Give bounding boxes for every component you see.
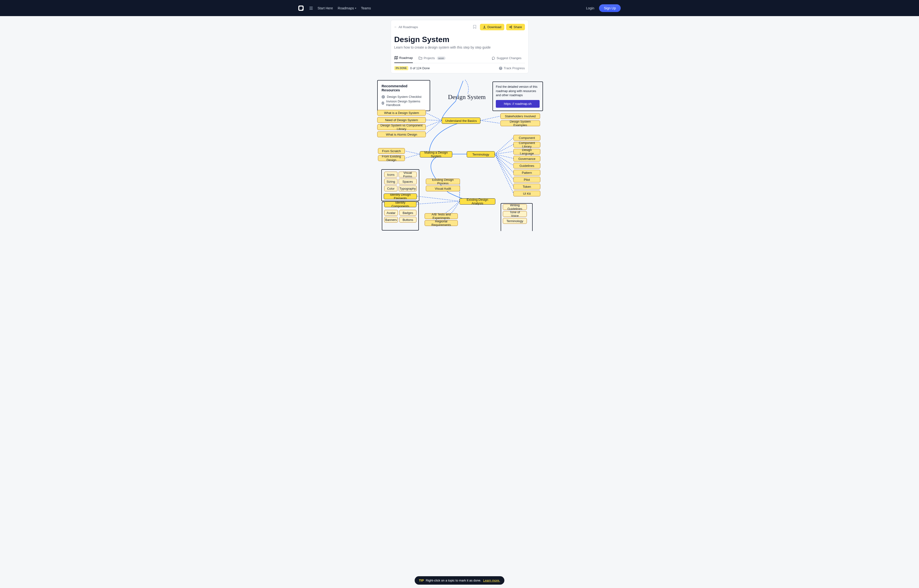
main-wrap: ← All Roadmaps Download Share [0, 16, 919, 73]
page-title: Design System [394, 35, 525, 44]
nav-start-here[interactable]: Start Here [318, 6, 333, 10]
node-term[interactable]: Design Language [514, 149, 540, 155]
node-term[interactable]: Governance [514, 156, 540, 162]
tab-projects[interactable]: Projects soon [418, 56, 446, 63]
bookmark-icon [473, 25, 477, 29]
node-component[interactable]: Banners [384, 217, 398, 223]
roadmap-card: ← All Roadmaps Download Share [391, 20, 528, 73]
node-term[interactable]: Pattern [514, 170, 540, 176]
roadmap-sh-link[interactable]: https: // roadmap.sh [496, 100, 540, 108]
done-text: 0 of 124 Done [410, 66, 430, 70]
download-icon [483, 26, 486, 29]
resource-item[interactable]: ✓Design System Checklist [382, 94, 426, 99]
header-inner: Start Here Roadmaps▾ Teams Login Sign Up [295, 4, 624, 12]
page-subtitle: Learn how to create a design system with… [394, 45, 525, 49]
resource-item[interactable]: ✓Invision Design Systems Handbook [382, 99, 426, 107]
nav-teams[interactable]: Teams [361, 6, 371, 10]
recommended-resources-title: Recommended Resources [382, 84, 426, 92]
node-basic[interactable]: Design System Examples [501, 120, 540, 126]
node-term[interactable]: Component Library [514, 142, 540, 148]
node-component[interactable]: Badges [399, 210, 417, 216]
node-term[interactable]: Pilot [514, 177, 540, 183]
node-basic[interactable]: What is Atomic Design [377, 131, 426, 137]
node-basic[interactable]: Stakeholders Involved [501, 113, 540, 119]
node-basic[interactable]: Design System vs Component Library [377, 124, 426, 130]
download-button[interactable]: Download [480, 24, 504, 30]
node-writing[interactable]: Writing Guidelines [503, 204, 527, 210]
node-term[interactable]: UI Kit [514, 191, 540, 196]
login-link[interactable]: Login [586, 6, 594, 10]
check-icon: ✓ [382, 102, 384, 105]
node-element[interactable]: Icons [384, 172, 397, 178]
external-link-box: Find the detailed version of this roadma… [493, 81, 543, 111]
node-identify-elements[interactable]: Identify Design Elements [384, 194, 417, 199]
external-link-text: Find the detailed version of this roadma… [496, 85, 540, 98]
node-element[interactable]: Typography [399, 186, 417, 191]
header-right: Login Sign Up [586, 4, 621, 12]
node-identify-components[interactable]: Identify Components [384, 202, 417, 207]
done-badge: 0% DONE [394, 66, 408, 70]
logo[interactable] [298, 5, 304, 11]
node-making[interactable]: Making a Design System [420, 151, 452, 157]
node-term[interactable]: Guidelines [514, 163, 540, 168]
track-progress-link[interactable]: ? Track Progress [499, 66, 525, 70]
map-icon [394, 56, 398, 60]
node-writing[interactable]: Tone of Voice [503, 211, 527, 217]
question-icon: ? [499, 66, 502, 70]
signup-button[interactable]: Sign Up [599, 4, 621, 12]
tab-roadmap[interactable]: Roadmap [394, 56, 413, 63]
node-element[interactable]: Color [384, 186, 397, 191]
share-icon [509, 26, 512, 29]
header: Start Here Roadmaps▾ Teams Login Sign Up [0, 0, 919, 16]
node-making-opt[interactable]: From Existing Design [378, 155, 405, 161]
node-term[interactable]: Token [514, 184, 540, 189]
svg-point-1 [511, 26, 512, 26]
node-element[interactable]: Sizing [384, 179, 397, 184]
node-element[interactable]: Visual Forms [399, 172, 417, 178]
node-basic[interactable]: What is a Design System [377, 110, 426, 116]
progress-row: 0% DONE 0 of 124 Done ? Track Progress [391, 63, 528, 73]
node-understand-basics[interactable]: Understand the Basics [442, 118, 480, 124]
node-component[interactable]: Buttons [399, 217, 417, 223]
share-button[interactable]: Share [506, 24, 525, 30]
chevron-down-icon: ▾ [355, 7, 356, 10]
node-term[interactable]: Component [514, 135, 540, 141]
svg-point-0 [509, 26, 510, 27]
node-analysis-item[interactable]: Existing Design Process [426, 179, 460, 184]
folder-icon [418, 56, 422, 60]
node-basic[interactable]: Need of Design System [377, 117, 426, 123]
hamburger-menu-icon[interactable] [310, 7, 313, 10]
chat-icon [492, 57, 495, 60]
node-terminology[interactable]: Terminology [467, 151, 495, 157]
node-element[interactable]: Spaces [399, 179, 417, 184]
node-analysis[interactable]: Existing Design Analysis [459, 198, 495, 205]
node-ab-tests[interactable]: A/B Tests and Experiments [425, 213, 458, 219]
node-making-opt[interactable]: From Scratch [378, 148, 405, 154]
recommended-resources-box: Recommended Resources ✓Design System Che… [377, 80, 430, 111]
diagram-title: Design System [448, 94, 486, 101]
header-left: Start Here Roadmaps▾ Teams [298, 5, 371, 11]
nav-roadmaps[interactable]: Roadmaps▾ [338, 6, 356, 10]
diagram: Recommended Resources ✓Design System Che… [295, 77, 624, 231]
svg-point-2 [511, 27, 512, 28]
node-analysis-item[interactable]: Visual Audit [426, 186, 460, 191]
bookmark-button[interactable] [471, 24, 478, 30]
suggest-changes-link[interactable]: Suggest Changes [492, 56, 521, 63]
node-component[interactable]: Avatar [384, 210, 398, 216]
check-icon: ✓ [382, 95, 385, 99]
soon-badge: soon [437, 57, 446, 60]
node-writing[interactable]: Terminology [503, 218, 527, 224]
node-regional[interactable]: Regional Requirements [425, 220, 458, 226]
arrow-left-icon: ← [394, 25, 397, 29]
back-all-roadmaps[interactable]: ← All Roadmaps [394, 25, 418, 29]
